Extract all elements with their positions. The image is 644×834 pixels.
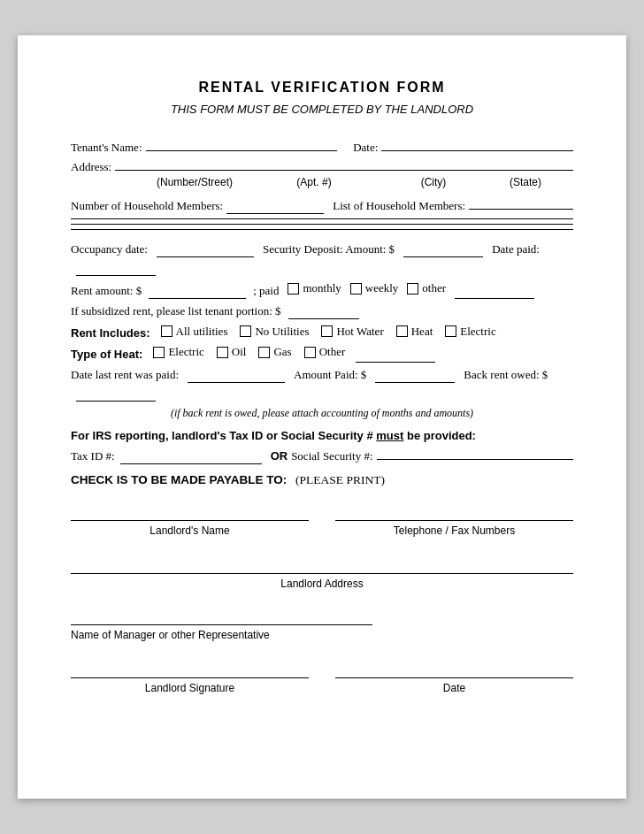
oil-label: Oil (232, 345, 247, 359)
social-security-field[interactable] (377, 459, 573, 460)
landlord-address-line[interactable] (71, 556, 573, 574)
back-rent-note: (if back rent is owed, please attach acc… (71, 407, 573, 420)
weekly-checkbox[interactable] (350, 283, 362, 295)
state-label: (State) (478, 176, 573, 188)
occupancy-date-field[interactable] (157, 242, 254, 257)
no-utilities-item: No Utilities (240, 325, 309, 339)
gas-label: Gas (273, 345, 291, 359)
electric-label: Electric (460, 325, 495, 339)
telephone-line[interactable] (335, 503, 573, 521)
other-heat-field[interactable] (356, 348, 435, 363)
monthly-checkbox[interactable] (288, 283, 299, 295)
electric-heat-label: Electric (168, 345, 203, 359)
last-rent-row: Date last rent was paid: Amount Paid: $ … (71, 368, 573, 402)
list-line-3 (71, 229, 573, 230)
tax-id-label: Tax ID #: (71, 449, 115, 463)
subsidized-label: If subsidized rent, please list tenant p… (71, 304, 281, 318)
household-list-field[interactable] (469, 209, 573, 210)
oil-item: Oil (217, 345, 247, 359)
please-print-label: (PLEASE PRINT) (295, 473, 385, 486)
security-deposit-field[interactable] (403, 242, 483, 257)
date-last-rent-label: Date last rent was paid: (71, 368, 179, 382)
form-subtitle: THIS FORM MUST BE COMPLETED BY THE LANDL… (71, 103, 573, 116)
signature-line[interactable] (71, 661, 309, 678)
electric-heat-item: Electric (153, 345, 203, 359)
sig-date-line[interactable] (335, 661, 573, 678)
heat-label: Heat (411, 325, 433, 339)
signature-label: Landlord Signature (71, 682, 309, 694)
oil-checkbox[interactable] (217, 347, 228, 358)
other-label: other (422, 281, 446, 295)
landlord-name-line[interactable] (71, 503, 309, 521)
date-paid-label: Date paid: (492, 242, 540, 256)
irs-section: For IRS reporting, landlord's Tax ID or … (71, 429, 573, 464)
date-paid-field[interactable] (76, 261, 156, 276)
heat-checkbox[interactable] (396, 325, 408, 337)
other-field[interactable] (455, 284, 534, 299)
security-deposit-label: Security Deposit: Amount: $ (263, 242, 395, 256)
back-rent-field[interactable] (76, 386, 156, 402)
electric-heat-checkbox[interactable] (153, 347, 165, 358)
heat-type-row: Type of Heat: Electric Oil Gas Other (71, 345, 573, 363)
address-field[interactable] (115, 170, 573, 171)
gas-item: Gas (258, 345, 291, 359)
irs-title: For IRS reporting, landlord's Tax ID or … (71, 429, 573, 442)
list-line-1 (71, 218, 573, 219)
check-payable-label: CHECK IS TO BE MADE PAYABLE TO: (71, 473, 287, 486)
hot-water-item: Hot Water (321, 325, 383, 339)
subsidized-row: If subsidized rent, please list tenant p… (71, 304, 573, 319)
number-street-label: (Number/Street) (71, 176, 248, 188)
occupancy-label: Occupancy date: (71, 242, 148, 256)
occupancy-row: Occupancy date: Security Deposit: Amount… (71, 242, 573, 276)
tax-id-field[interactable] (120, 449, 262, 464)
weekly-label: weekly (365, 281, 399, 295)
all-utilities-item: All utilities (161, 325, 228, 339)
manager-name-line[interactable] (71, 608, 372, 625)
rent-amount-row: Rent amount: $ ; paid monthly weekly oth… (71, 281, 573, 299)
apt-label: (Apt. #) (248, 176, 363, 188)
date-label: Date: (353, 141, 378, 155)
gas-checkbox[interactable] (258, 347, 270, 358)
address-row: Address: (71, 160, 573, 174)
tenant-name-label: Tenant's Name: (71, 141, 142, 155)
list-line-2 (71, 224, 573, 225)
amount-paid-field[interactable] (375, 368, 455, 383)
form-page: RENTAL VERIFICATION FORM THIS FORM MUST … (18, 35, 626, 799)
other-checkbox[interactable] (407, 283, 418, 295)
landlord-name-block: Landlord's Name (71, 503, 309, 537)
rent-amount-field[interactable] (149, 284, 246, 299)
subsidized-field[interactable] (288, 304, 359, 319)
household-count-label: Number of Household Members: (71, 199, 223, 213)
date-field[interactable] (381, 150, 573, 151)
hot-water-label: Hot Water (336, 325, 383, 339)
irs-title-text: For IRS reporting, landlord's Tax ID or … (71, 429, 476, 442)
manager-name-label: Name of Manager or other Representative (71, 629, 372, 641)
landlord-name-label: Landlord's Name (71, 524, 309, 537)
electric-checkbox[interactable] (445, 325, 456, 337)
rent-includes-row: Rent Includes: All utilities No Utilitie… (71, 325, 573, 340)
household-list-label: List of Household Members: (333, 199, 465, 213)
signature-row: Landlord Signature Date (71, 661, 573, 694)
date-last-rent-field[interactable] (188, 368, 285, 383)
sig-date-block: Date (335, 661, 573, 694)
other-checkbox-item: other (407, 281, 446, 295)
household-count-field[interactable] (226, 199, 324, 214)
all-utilities-checkbox[interactable] (161, 325, 172, 337)
city-label: (City) (363, 176, 478, 188)
household-row: Number of Household Members: List of Hou… (71, 199, 573, 214)
hot-water-checkbox[interactable] (321, 325, 333, 337)
weekly-checkbox-item: weekly (350, 281, 399, 295)
electric-item: Electric (445, 325, 495, 339)
monthly-label: monthly (303, 281, 341, 295)
heat-item: Heat (396, 325, 433, 339)
tenant-name-field[interactable] (146, 150, 338, 151)
type-of-heat-label: Type of Heat: (71, 348, 142, 361)
tenant-name-row: Tenant's Name: Date: (71, 141, 573, 155)
monthly-checkbox-item: monthly (288, 281, 341, 295)
no-utilities-checkbox[interactable] (240, 325, 251, 337)
other-heat-checkbox[interactable] (304, 347, 316, 358)
landlord-address-block: Landlord Address (71, 556, 573, 590)
tax-id-row: Tax ID #: OR Social Security #: (71, 449, 573, 464)
telephone-block: Telephone / Fax Numbers (335, 503, 573, 537)
address-label: Address: (71, 160, 111, 174)
